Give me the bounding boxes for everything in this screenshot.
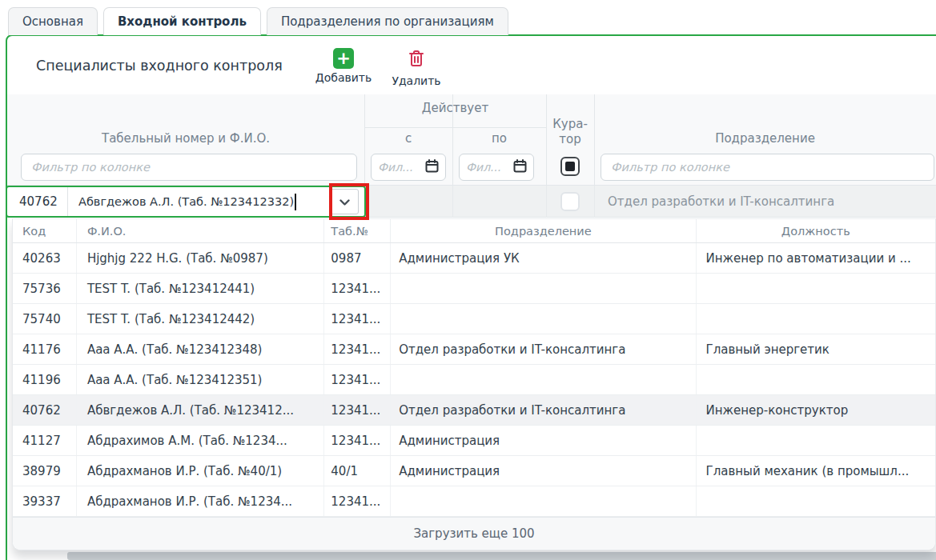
cell-department: Отдел разработки и IT-консалтинга (391, 334, 696, 364)
cell-tab: 12341... (324, 395, 391, 425)
tab-bar: Основная Входной контроль Подразделения … (8, 7, 508, 35)
cell-position: Инженер по автоматизации и ... (697, 243, 935, 273)
column-divider (452, 186, 453, 218)
cell-department: Администрация (391, 426, 696, 455)
edit-row-code: 40762 (7, 187, 68, 216)
valid-from-filter[interactable]: Фил... (371, 154, 446, 181)
dropdown-row[interactable]: 38979Абдрахманов И.Р. (Таб. №40/1)40/1Ад… (13, 456, 935, 486)
cell-tab: 40/1 (324, 456, 391, 486)
calendar-icon[interactable] (513, 159, 527, 176)
cell-name: Hjghjg 222 H.G. (Таб. №0987) (77, 243, 324, 273)
cell-tab: 0987 (324, 243, 391, 273)
cell-position: Инженер-конструктор (697, 395, 935, 425)
column-divider (546, 186, 547, 218)
cell-name: Абдрахимов А.М. (Таб. №1234... (77, 426, 324, 455)
col-header-department: Подразделение (594, 131, 936, 146)
dropdown-row[interactable]: 75740TEST T. (Таб. №123412442)12341... (13, 304, 935, 334)
delete-button[interactable]: Удалить (378, 48, 455, 87)
dropdown-header: Код Ф.И.О. Таб.№ Подразделение Должность (13, 219, 935, 243)
plus-icon: + (333, 48, 354, 69)
cell-position (697, 365, 935, 394)
cell-tab: 12341... (324, 334, 391, 364)
cell-department: Администрация УК (391, 243, 696, 273)
grid-header: Табельный номер и Ф.И.О. Действует с по … (7, 94, 936, 186)
curator-filter-checkbox[interactable] (560, 157, 580, 176)
valid-from-placeholder: Фил... (378, 161, 425, 174)
cell-name: Ааа А.А. (Таб. №123412348) (77, 334, 324, 364)
cell-position (697, 486, 935, 516)
delete-button-label: Удалить (392, 74, 440, 87)
cell-tab: 12341... (324, 304, 391, 334)
edit-row-name[interactable]: Абвгдежов А.Л. (Таб. №123412332) (68, 195, 294, 208)
cell-code: 39337 (13, 486, 77, 516)
cell-code: 75740 (13, 304, 77, 334)
cell-code: 41176 (13, 334, 77, 364)
col-header-valid-from: с (364, 131, 452, 146)
employee-dropdown: Код Ф.И.О. Таб.№ Подразделение Должность… (12, 218, 936, 550)
edit-row-curator-checkbox[interactable] (560, 192, 580, 211)
dropdown-row[interactable]: 39337Абдрахманов И.Р. (Таб. №1234...1234… (13, 486, 935, 517)
dropdown-row[interactable]: 40263Hjghjg 222 H.G. (Таб. №0987)0987Адм… (13, 243, 935, 274)
dropdown-col-tab: Таб.№ (324, 219, 391, 242)
valid-to-filter[interactable]: Фил... (459, 154, 534, 181)
valid-to-placeholder: Фил... (466, 161, 513, 174)
col-header-valid-to: по (452, 131, 546, 146)
dropdown-row[interactable]: 41196Ааа А.А. (Таб. №123412351)12341... (13, 365, 935, 395)
text-cursor (295, 194, 296, 210)
column-divider (594, 186, 595, 218)
cell-tab: 12341... (324, 365, 391, 394)
cell-code: 38979 (13, 456, 77, 486)
dropdown-row[interactable]: 75736TEST T. (Таб. №123412441)12341... (13, 274, 935, 304)
cell-position (697, 274, 935, 303)
cell-department: Администрация (391, 456, 696, 486)
panel-title: Специалисты входного контроля (36, 58, 283, 74)
cell-name: Абвгдежов А.Л. (Таб. №123412... (77, 395, 324, 425)
cell-position: Главный энергетик (697, 334, 935, 364)
dropdown-col-code: Код (13, 219, 77, 242)
cell-department (391, 365, 696, 394)
screen: Основная Входной контроль Подразделения … (0, 0, 936, 560)
cell-department (391, 274, 696, 303)
tab-osnovnaya[interactable]: Основная (8, 7, 98, 35)
dropdown-col-fio: Ф.И.О. (77, 219, 324, 242)
col-header-curator: Кура-тор (546, 117, 594, 147)
cell-tab: 12341... (324, 426, 391, 455)
col-header-valid-group: Действует (364, 101, 546, 115)
cell-department: Отдел разработки и IT-консалтинга (391, 395, 696, 425)
cell-code: 75736 (13, 274, 77, 303)
cell-name: Абдрахманов И.Р. (Таб. №1234... (77, 486, 324, 516)
dropdown-col-department: Подразделение (391, 219, 696, 242)
employee-filter-input[interactable] (21, 154, 357, 181)
chevron-down-icon (339, 194, 350, 210)
dropdown-row[interactable]: 41176Ааа А.А. (Таб. №123412348)12341...О… (13, 334, 935, 365)
dropdown-row[interactable]: 41127Абдрахимов А.М. (Таб. №1234...12341… (13, 426, 935, 456)
employee-combobox[interactable]: 40762 Абвгдежов А.Л. (Таб. №123412332) (6, 186, 366, 218)
bottom-scroll-shadow (67, 552, 936, 560)
indeterminate-mark (565, 162, 575, 171)
cell-position (697, 304, 935, 334)
dropdown-rows: 40263Hjghjg 222 H.G. (Таб. №0987)0987Адм… (13, 243, 935, 517)
col-header-employee: Табельный номер и Ф.И.О. (7, 131, 364, 146)
cell-tab: 12341... (324, 274, 391, 303)
add-button[interactable]: + Добавить (301, 48, 386, 84)
tab-podrazdeleniya[interactable]: Подразделения по организациям (267, 7, 508, 35)
calendar-icon[interactable] (425, 159, 439, 176)
cell-position (697, 426, 935, 455)
cell-code: 40762 (13, 395, 77, 425)
dropdown-row[interactable]: 40762Абвгдежов А.Л. (Таб. №123412...1234… (13, 395, 935, 426)
dropdown-col-position: Должность (697, 219, 935, 242)
cell-tab: 12341... (324, 486, 391, 516)
cell-name: TEST T. (Таб. №123412441) (77, 274, 324, 303)
combobox-dropdown-button[interactable] (330, 189, 359, 214)
cell-name: TEST T. (Таб. №123412442) (77, 304, 324, 334)
load-more-button[interactable]: Загрузить еще 100 (13, 517, 935, 550)
cell-name: Абдрахманов И.Р. (Таб. №40/1) (77, 456, 324, 486)
header-divider (364, 127, 546, 128)
cell-department (391, 304, 696, 334)
cell-code: 40263 (13, 243, 77, 273)
cell-name: Ааа А.А. (Таб. №123412351) (77, 365, 324, 394)
cell-position: Главный механик (в промышл... (697, 456, 935, 486)
tab-vhodnoy-kontrol[interactable]: Входной контроль (103, 7, 261, 35)
department-filter-input[interactable] (601, 154, 934, 181)
trash-icon (406, 48, 427, 72)
